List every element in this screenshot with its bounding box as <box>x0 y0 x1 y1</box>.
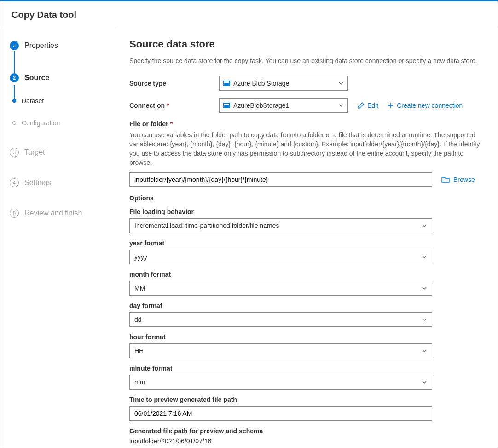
minute-format-value: mm <box>134 378 145 386</box>
month-format-select[interactable]: MM <box>129 281 432 296</box>
content-area: Source data store Specify the source dat… <box>116 27 498 446</box>
connection-value: AzureBlobStorage1 <box>233 102 289 109</box>
day-format-label: day format <box>129 302 485 309</box>
substep-dataset[interactable]: Dataset <box>10 94 111 107</box>
behavior-value: Incremental load: time-partitioned folde… <box>134 222 279 229</box>
options-label: Options <box>129 194 485 202</box>
step-number-icon: 5 <box>10 209 19 218</box>
file-folder-help: You can use variables in the folder path… <box>129 130 485 168</box>
file-folder-input[interactable] <box>129 172 432 187</box>
edit-connection-link[interactable]: Edit <box>357 102 378 109</box>
chevron-down-icon <box>422 223 427 228</box>
year-format-label: year format <box>129 239 485 247</box>
step-number-icon: 2 <box>10 73 19 82</box>
file-folder-label: File or folder * <box>129 120 485 128</box>
month-format-label: month format <box>129 271 485 278</box>
plus-icon <box>387 102 394 109</box>
wizard-sidebar: Properties 2 Source Dataset Configuratio… <box>0 27 116 446</box>
content-title: Source data store <box>129 38 485 50</box>
chevron-down-icon <box>422 348 427 354</box>
source-type-value: Azure Blob Storage <box>233 80 289 87</box>
day-format-value: dd <box>134 316 142 323</box>
substep-dot-icon <box>12 99 16 103</box>
blob-storage-icon <box>223 81 230 86</box>
connection-select[interactable]: AzureBlobStorage1 <box>219 98 348 113</box>
month-format-value: MM <box>134 285 145 292</box>
connection-row: Connection * AzureBlobStorage1 Edit Crea… <box>129 98 485 113</box>
hour-format-value: HH <box>134 347 144 355</box>
step-settings[interactable]: 4 Settings <box>10 175 111 190</box>
source-type-select[interactable]: Azure Blob Storage <box>219 76 348 91</box>
create-connection-link[interactable]: Create new connection <box>387 102 463 109</box>
behavior-label: File loading behavior <box>129 208 485 215</box>
connection-label: Connection * <box>129 102 219 109</box>
step-label: Review and finish <box>24 209 82 217</box>
page-title: Copy Data tool <box>0 1 498 27</box>
step-review[interactable]: 5 Review and finish <box>10 206 111 221</box>
step-label: Target <box>24 148 45 157</box>
year-format-select[interactable]: yyyy <box>129 250 432 264</box>
step-properties[interactable]: Properties <box>10 38 111 53</box>
step-number-icon: 3 <box>10 148 19 157</box>
step-label: Source <box>24 74 49 82</box>
step-target[interactable]: 3 Target <box>10 145 111 160</box>
source-type-label: Source type <box>129 80 219 87</box>
chevron-down-icon <box>338 103 344 108</box>
step-number-icon: 4 <box>10 178 19 187</box>
step-label: Settings <box>24 179 51 187</box>
time-preview-label: Time to preview generated file path <box>129 396 485 403</box>
year-format-value: yyyy <box>134 253 147 261</box>
chevron-down-icon <box>422 379 427 385</box>
time-preview-input[interactable] <box>129 406 432 421</box>
chevron-down-icon <box>422 285 427 291</box>
hour-format-label: hour format <box>129 333 485 341</box>
day-format-select[interactable]: dd <box>129 312 432 327</box>
content-description: Specify the source data store for the co… <box>129 57 485 66</box>
step-source[interactable]: 2 Source <box>10 70 111 85</box>
generated-path-label: Generated file path for preview and sche… <box>129 427 485 435</box>
substep-configuration[interactable]: Configuration <box>10 116 111 129</box>
folder-icon <box>441 176 450 183</box>
browse-link[interactable]: Browse <box>441 176 475 183</box>
blob-storage-icon <box>223 103 230 108</box>
generated-path-value: inputfolder/2021/06/01/07/16 <box>129 437 485 445</box>
substep-label: Configuration <box>22 119 60 127</box>
checkmark-icon <box>10 41 19 50</box>
substep-dot-icon <box>12 121 16 125</box>
chevron-down-icon <box>422 317 427 322</box>
chevron-down-icon <box>422 254 427 260</box>
main-layout: Properties 2 Source Dataset Configuratio… <box>0 27 498 446</box>
step-label: Properties <box>24 41 58 50</box>
minute-format-label: minute format <box>129 365 485 372</box>
substep-label: Dataset <box>22 97 44 105</box>
pencil-icon <box>357 102 365 109</box>
chevron-down-icon <box>338 81 344 86</box>
behavior-select[interactable]: Incremental load: time-partitioned folde… <box>129 218 432 233</box>
source-type-row: Source type Azure Blob Storage <box>129 76 485 91</box>
minute-format-select[interactable]: mm <box>129 375 432 390</box>
hour-format-select[interactable]: HH <box>129 343 432 358</box>
